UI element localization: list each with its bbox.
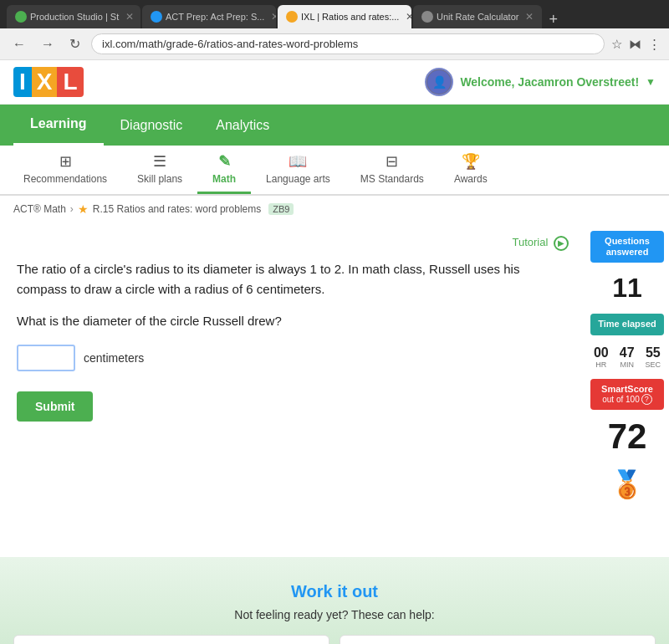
smart-score-value: 72 <box>608 413 647 460</box>
work-it-out-section: Work it out Not feeling ready yet? These… <box>0 557 669 644</box>
tab-prod-studio[interactable]: Production Studio | St ✕ <box>7 5 140 28</box>
time-elapsed-label: Time elapsed <box>597 319 657 330</box>
recommendations-icon: ⊞ <box>59 152 72 171</box>
smart-score-sub-text: out of 100 <box>602 395 639 404</box>
browser-tab-bar: Production Studio | St ✕ ACT Prep: Act P… <box>0 0 669 28</box>
breadcrumb-code: ZB9 <box>268 203 294 215</box>
submit-button[interactable]: Submit <box>17 391 93 422</box>
medal-icon: 🥉 <box>610 463 644 505</box>
questions-answered-label: Questions answered <box>597 236 657 258</box>
language-arts-icon: 📖 <box>289 152 307 171</box>
tab-favicon <box>421 11 433 23</box>
tutorial-play-icon[interactable]: ▶ <box>554 236 569 251</box>
tab-favicon <box>15 11 27 23</box>
tab-favicon <box>286 11 298 23</box>
logo-l: L <box>57 67 83 97</box>
subnav-label: Skill plans <box>137 173 182 185</box>
subnav-label: Recommendations <box>23 173 107 185</box>
subnav-label: MS Standards <box>360 173 424 185</box>
subnav-ms-standards[interactable]: ⊟ MS Standards <box>345 146 439 194</box>
tab-close-ixl-ratios[interactable]: ✕ <box>406 11 411 23</box>
main-content: Tutorial ▶ The ratio of a circle's radiu… <box>0 222 669 557</box>
time-elapsed-box: Time elapsed <box>590 314 664 335</box>
sub-nav: ⊞ Recommendations ☰ Skill plans ✎ Math 📖… <box>0 146 669 196</box>
tutorial-link: Tutorial ▶ <box>17 236 569 251</box>
awards-icon: 🏆 <box>462 152 480 171</box>
menu-icon[interactable]: ⋮ <box>648 37 661 52</box>
breadcrumb: ACT® Math › ★ R.15 Ratios and rates: wor… <box>0 196 669 222</box>
bookmark-icon[interactable]: ☆ <box>611 37 622 52</box>
extension-icon[interactable]: ⧓ <box>629 37 641 52</box>
help-cards: Unit rates Write an equivalent ratio <box>13 635 656 644</box>
nav-learning[interactable]: Learning <box>13 105 104 146</box>
tab-close-prod-studio[interactable]: ✕ <box>125 11 134 23</box>
forward-button[interactable]: → <box>37 35 59 54</box>
smart-score-box: SmartScore out of 100 ? <box>590 379 664 410</box>
ms-standards-icon: ⊟ <box>386 152 398 171</box>
subnav-label: Awards <box>454 173 488 185</box>
smart-score-sub: out of 100 ? <box>597 394 657 405</box>
work-it-out-subtitle: Not feeling ready yet? These can help: <box>13 608 656 621</box>
subnav-label: Math <box>212 173 236 185</box>
breadcrumb-star-icon: ★ <box>78 202 89 216</box>
tab-label: Unit Rate Calculator <box>437 12 518 22</box>
user-area: 👤 Welcome, Jacamron Overstreet! ▼ <box>425 68 656 96</box>
nav-diagnostic[interactable]: Diagnostic <box>104 106 200 145</box>
logo-i: I <box>13 67 32 97</box>
back-button[interactable]: ← <box>8 35 30 54</box>
answer-input[interactable] <box>17 345 75 371</box>
time-sec: 55 SEC <box>641 342 666 372</box>
help-card-equiv-ratio[interactable]: Write an equivalent ratio <box>340 635 656 644</box>
toolbar-icons: ☆ ⧓ ⋮ <box>611 37 661 52</box>
subnav-skill-plans[interactable]: ☰ Skill plans <box>122 146 197 194</box>
skill-plans-icon: ☰ <box>153 152 166 171</box>
address-bar-row: ← → ↻ ☆ ⧓ ⋮ <box>0 28 669 60</box>
questions-answered-value: 11 <box>612 266 642 310</box>
subnav-recommendations[interactable]: ⊞ Recommendations <box>8 146 122 194</box>
subnav-awards[interactable]: 🏆 Awards <box>439 146 503 194</box>
subnav-language-arts[interactable]: 📖 Language arts <box>251 146 345 194</box>
time-min: 47 MIN <box>615 342 639 372</box>
ixl-header: I X L 👤 Welcome, Jacamron Overstreet! ▼ <box>0 60 669 105</box>
smart-score-label: SmartScore <box>597 384 657 394</box>
answer-row: centimeters <box>17 345 569 371</box>
tab-label: Production Studio | St <box>30 12 119 22</box>
tab-act-prep[interactable]: ACT Prep: Act Prep: S... ✕ <box>142 5 276 28</box>
tab-close-unit-rate[interactable]: ✕ <box>525 11 534 23</box>
unit-label: centimeters <box>84 351 144 365</box>
stats-sidebar: Questions answered 11 Time elapsed 00 HR… <box>585 222 669 557</box>
question-text: The ratio of a circle's radius to its di… <box>17 259 569 299</box>
welcome-text: Welcome, Jacamron Overstreet! <box>460 75 639 89</box>
nav-analytics[interactable]: Analytics <box>199 106 286 145</box>
help-card-unit-rates[interactable]: Unit rates <box>13 635 329 644</box>
reload-button[interactable]: ↻ <box>65 34 84 54</box>
breadcrumb-separator: › <box>70 203 74 215</box>
tab-unit-rate-calc[interactable]: Unit Rate Calculator ✕ <box>413 5 542 28</box>
question-sub-text: What is the diameter of the circle Russe… <box>17 311 569 331</box>
logo-x: X <box>32 67 58 97</box>
address-input[interactable] <box>91 33 605 54</box>
subnav-math[interactable]: ✎ Math <box>197 146 251 194</box>
breadcrumb-parent[interactable]: ACT® Math <box>13 203 66 215</box>
work-it-out-title: Work it out <box>13 582 656 601</box>
smart-score-help-icon[interactable]: ? <box>641 394 652 405</box>
math-icon: ✎ <box>218 152 231 171</box>
tab-ixl-ratios[interactable]: IXL | Ratios and rates:... ✕ <box>278 5 411 28</box>
avatar-inner: 👤 <box>427 70 451 94</box>
subnav-label: Language arts <box>266 173 330 185</box>
content-area: Tutorial ▶ The ratio of a circle's radiu… <box>0 222 585 557</box>
tab-label: IXL | Ratios and rates:... <box>301 12 399 22</box>
ixl-logo[interactable]: I X L <box>13 67 84 97</box>
avatar: 👤 <box>425 68 453 96</box>
questions-answered-box: Questions answered <box>590 231 664 263</box>
tab-label: ACT Prep: Act Prep: S... <box>166 12 264 22</box>
time-grid: 00 HR 47 MIN 55 SEC <box>590 342 665 372</box>
tab-favicon <box>151 11 162 23</box>
user-dropdown-icon[interactable]: ▼ <box>646 76 656 88</box>
time-hr: 00 HR <box>590 342 613 372</box>
breadcrumb-current: R.15 Ratios and rates: word problems <box>93 203 261 215</box>
tab-close-act-prep[interactable]: ✕ <box>271 11 276 23</box>
new-tab-button[interactable]: + <box>544 11 563 28</box>
nav-bar: Learning Diagnostic Analytics <box>0 105 669 146</box>
tutorial-text[interactable]: Tutorial <box>513 236 549 248</box>
